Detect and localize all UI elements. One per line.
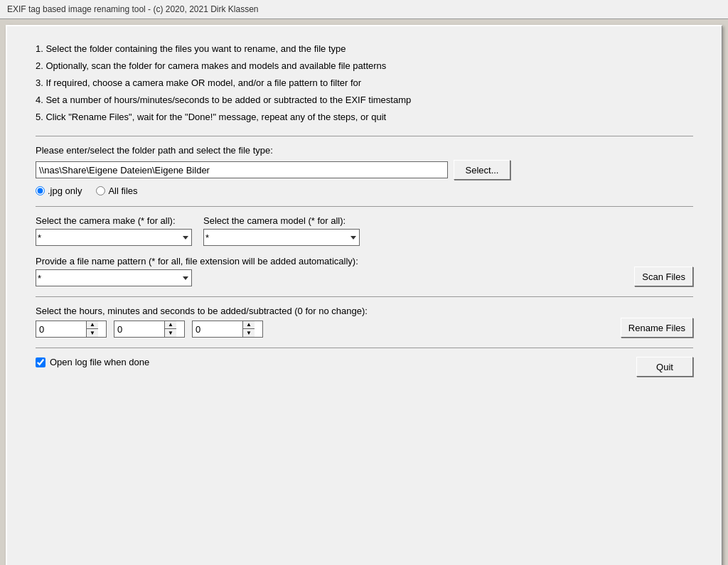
pattern-section: Provide a file name pattern (* for all, … — [36, 256, 620, 286]
hours-spinner-buttons: ▲ ▼ — [86, 321, 98, 337]
divider-3 — [36, 296, 693, 297]
model-label: Select the camera model (* for all): — [203, 215, 360, 226]
bottom-section: Open log file when done Quit — [36, 357, 693, 377]
minutes-spinner: ▲ ▼ — [114, 321, 185, 338]
bottom-content: Open log file when done Quit — [36, 357, 693, 377]
bottom-row: Open log file when done — [36, 357, 149, 367]
model-group: Select the camera model (* for all): * — [203, 215, 360, 246]
camera-content: Select the camera make (* for all): * Se… — [36, 215, 693, 286]
minutes-down-button[interactable]: ▼ — [165, 329, 176, 337]
instruction-4: 4. Set a number of hours/minutes/seconds… — [36, 92, 693, 109]
minutes-spinner-buttons: ▲ ▼ — [164, 321, 176, 337]
quit-btn-container: Quit — [636, 357, 693, 377]
seconds-spinner: ▲ ▼ — [192, 321, 263, 338]
open-log-text: Open log file when done — [50, 357, 149, 367]
folder-label: Please enter/select the folder path and … — [36, 145, 693, 156]
camera-left: Select the camera make (* for all): * Se… — [36, 215, 620, 286]
make-label: Select the camera make (* for all): — [36, 215, 192, 226]
all-files-label[interactable]: All files — [96, 185, 137, 196]
all-files-radio[interactable] — [96, 186, 105, 195]
time-section: Select the hours, minutes and seconds to… — [36, 306, 693, 338]
jpg-only-text: .jpg only — [48, 185, 82, 196]
pattern-label: Provide a file name pattern (* for all, … — [36, 256, 620, 267]
hours-up-button[interactable]: ▲ — [87, 321, 98, 329]
minutes-input[interactable] — [114, 321, 164, 337]
folder-input[interactable] — [36, 161, 448, 178]
instructions: 1. Select the folder containing the file… — [36, 41, 693, 126]
pattern-select[interactable]: * — [36, 269, 192, 286]
time-label: Select the hours, minutes and seconds to… — [36, 306, 606, 316]
scan-btn-container: Scan Files — [634, 267, 693, 286]
hours-spinner: ▲ ▼ — [36, 321, 107, 338]
title-text: EXIF tag based image renaming tool - (c)… — [7, 4, 259, 14]
hours-down-button[interactable]: ▼ — [87, 329, 98, 337]
folder-section: Please enter/select the folder path and … — [36, 145, 693, 196]
divider-2 — [36, 206, 693, 207]
rename-btn-container: Rename Files — [621, 318, 693, 338]
main-window: 1. Select the folder containing the file… — [6, 25, 722, 565]
instruction-2: 2. Optionally, scan the folder for camer… — [36, 58, 693, 75]
select-button[interactable]: Select... — [454, 160, 510, 180]
all-files-text: All files — [108, 185, 137, 196]
jpg-only-label[interactable]: .jpg only — [36, 185, 82, 196]
minutes-up-button[interactable]: ▲ — [165, 321, 176, 329]
camera-section: Select the camera make (* for all): * Se… — [36, 215, 693, 286]
content-area: 1. Select the folder containing the file… — [7, 26, 722, 401]
seconds-spinner-buttons: ▲ ▼ — [242, 321, 255, 337]
dropdowns-row: Select the camera make (* for all): * Se… — [36, 215, 620, 246]
make-group: Select the camera make (* for all): * — [36, 215, 192, 246]
open-log-label[interactable]: Open log file when done — [36, 357, 149, 367]
instruction-3: 3. If required, choose a camera make OR … — [36, 75, 693, 92]
divider-1 — [36, 136, 693, 136]
make-select[interactable]: * — [36, 229, 192, 246]
instruction-1: 1. Select the folder containing the file… — [36, 41, 693, 58]
time-left: Select the hours, minutes and seconds to… — [36, 306, 606, 338]
title-bar: EXIF tag based image renaming tool - (c)… — [0, 0, 728, 19]
open-log-checkbox[interactable] — [36, 357, 46, 367]
model-select[interactable]: * — [203, 229, 360, 246]
instruction-5: 5. Click "Rename Files", wait for the "D… — [36, 109, 693, 126]
time-content: Select the hours, minutes and seconds to… — [36, 306, 693, 338]
seconds-up-button[interactable]: ▲ — [243, 321, 255, 329]
file-type-group: .jpg only All files — [36, 185, 693, 196]
rename-files-button[interactable]: Rename Files — [621, 318, 693, 338]
seconds-down-button[interactable]: ▼ — [243, 329, 255, 337]
quit-button[interactable]: Quit — [636, 357, 693, 377]
scan-files-button[interactable]: Scan Files — [634, 267, 693, 286]
jpg-only-radio[interactable] — [36, 186, 45, 195]
spinners-row: ▲ ▼ ▲ ▼ — [36, 321, 606, 338]
folder-row: Select... — [36, 160, 693, 180]
seconds-input[interactable] — [193, 321, 242, 337]
divider-4 — [36, 348, 693, 348]
hours-input[interactable] — [36, 321, 86, 337]
